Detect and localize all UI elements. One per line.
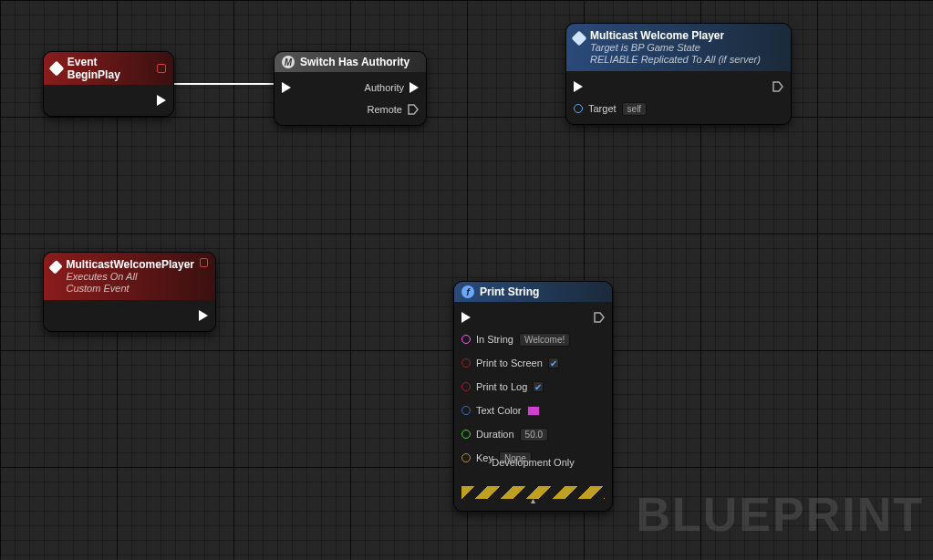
function-icon: f xyxy=(461,285,474,298)
exec-out-pin[interactable] xyxy=(594,312,605,323)
node-multicast-welcome-player-call[interactable]: Multicast Welcome Player Target is BP Ga… xyxy=(565,23,792,125)
pin-label-authority: Authority xyxy=(365,82,404,93)
text-color-swatch[interactable] xyxy=(527,406,540,416)
exec-out-pin[interactable] xyxy=(157,95,166,106)
pin-label-target: Target xyxy=(588,103,617,114)
print-screen-checkbox[interactable]: ✔ xyxy=(548,358,559,368)
node-multicast-welcome-player-event[interactable]: MulticastWelcomePlayer Executes On All C… xyxy=(43,252,216,332)
target-pin[interactable] xyxy=(574,104,583,113)
print-log-pin[interactable] xyxy=(461,382,471,391)
node-body xyxy=(44,85,173,116)
pin-label-print-log: Print to Log xyxy=(476,381,527,392)
pin-label-remote: Remote xyxy=(367,104,402,115)
event-icon xyxy=(48,61,64,77)
in-string-value[interactable]: Welcome! xyxy=(519,333,570,347)
development-only-label: Development Only xyxy=(461,457,605,468)
exec-in-pin[interactable] xyxy=(574,81,583,92)
node-title: Print String xyxy=(480,285,539,298)
duration-value[interactable]: 50.0 xyxy=(520,428,548,441)
node-header: M Switch Has Authority xyxy=(275,52,426,72)
exec-out-pin[interactable] xyxy=(199,310,208,321)
function-icon xyxy=(572,31,587,47)
node-header: MulticastWelcomePlayer Executes On All C… xyxy=(44,253,215,300)
node-subtitle-2: RELIABLE Replicated To All (if server) xyxy=(590,54,761,66)
delegate-pin[interactable] xyxy=(200,258,208,267)
exec-out-remote[interactable] xyxy=(408,104,419,115)
in-string-pin[interactable] xyxy=(461,335,471,344)
node-body xyxy=(44,300,215,331)
pin-label-text-color: Text Color xyxy=(476,405,522,416)
node-header: f Print String xyxy=(454,282,612,302)
node-event-begin-play[interactable]: Event BeginPlay xyxy=(43,51,174,117)
node-print-string[interactable]: f Print String In String Welcome! xyxy=(453,281,613,512)
hazard-stripe xyxy=(461,486,605,499)
node-title: Event BeginPlay xyxy=(67,56,151,81)
node-title: Multicast Welcome Player xyxy=(590,29,761,42)
node-header: Multicast Welcome Player Target is BP Ga… xyxy=(566,24,791,71)
node-body: In String Welcome! Print to Screen ✔ Pri… xyxy=(454,302,612,511)
node-header: Event BeginPlay xyxy=(44,52,173,85)
print-log-checkbox[interactable]: ✔ xyxy=(533,381,544,392)
exec-out-pin[interactable] xyxy=(772,81,783,92)
exec-in-pin[interactable] xyxy=(461,312,471,323)
event-icon xyxy=(48,260,63,275)
exec-out-authority[interactable] xyxy=(409,82,419,93)
exec-in-pin[interactable] xyxy=(282,82,291,93)
pin-label-in-string: In String xyxy=(476,334,513,345)
text-color-pin[interactable] xyxy=(461,406,471,415)
pin-label-print-screen: Print to Screen xyxy=(476,358,543,368)
node-subtitle-1: Executes On All xyxy=(66,271,194,283)
target-value[interactable]: self xyxy=(622,102,648,116)
node-subtitle-1: Target is BP Game State xyxy=(590,42,761,54)
node-switch-has-authority[interactable]: M Switch Has Authority Authority Remote xyxy=(274,51,427,126)
print-screen-pin[interactable] xyxy=(461,358,471,368)
pin-label-duration: Duration xyxy=(476,429,514,440)
node-body: Authority Remote xyxy=(275,72,426,125)
node-title: MulticastWelcomePlayer xyxy=(66,258,194,271)
node-body: Target self xyxy=(566,71,791,124)
duration-pin[interactable] xyxy=(461,430,471,439)
node-subtitle-2: Custom Event xyxy=(66,283,194,295)
blueprint-watermark: BLUEPRINT xyxy=(636,487,924,542)
macro-icon: M xyxy=(282,56,295,68)
node-title: Switch Has Authority xyxy=(300,56,409,68)
delegate-pin[interactable] xyxy=(157,64,166,73)
